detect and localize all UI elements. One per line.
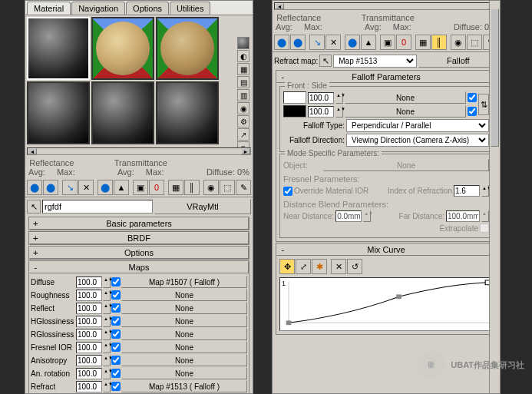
map-amount-input[interactable] [76,355,102,366]
get-material-icon[interactable]: ⬤ [274,35,289,50]
material-slot[interactable] [156,17,219,80]
map-slot-button[interactable]: None [121,328,247,340]
options-icon[interactable]: ⚙ [237,115,249,127]
map-amount-input[interactable] [76,290,102,301]
put-library-icon[interactable]: ▣ [133,180,148,195]
copy-icon[interactable]: ⬤ [345,35,360,50]
map-amount-input[interactable] [76,303,102,314]
pick-material-icon[interactable]: ↖ [27,200,41,214]
assign-icon[interactable]: ↘ [309,35,325,50]
select-by-mat-icon[interactable]: ⬚ [467,35,482,50]
side-map-button[interactable]: None [345,105,466,118]
assign-icon[interactable]: ↘ [62,180,78,195]
put-to-scene-icon[interactable]: ⬤ [43,180,58,195]
map-slot-button[interactable]: None [121,354,247,366]
side-value-input[interactable] [308,106,334,118]
map-slot-button[interactable]: None [121,315,247,327]
select-icon[interactable]: ↗ [237,128,249,141]
vertical-scrollbar[interactable] [489,1,500,393]
put-to-scene-icon[interactable]: ⬤ [290,35,306,50]
tab-navigation[interactable]: Navigation [71,2,125,15]
video-check-icon[interactable]: ▥ [237,89,249,101]
show-map-icon[interactable]: ▦ [168,180,183,195]
swap-icon[interactable]: ⇅ [478,94,489,115]
rollup-basic[interactable]: +Basic parameters [29,217,249,230]
pick-icon[interactable]: ✎ [236,180,251,195]
move-icon[interactable]: ✥ [279,259,295,274]
preview-icon[interactable]: ◉ [237,102,249,114]
reset-icon[interactable]: ✕ [78,180,94,195]
material-slot[interactable] [156,81,219,144]
falloff-dir-dropdown[interactable]: Viewing Direction (Camera Z-Axis) [346,134,489,147]
reset-icon[interactable]: ✕ [325,35,341,50]
horizontal-scrollbar[interactable]: ◄ ► [27,147,251,155]
show-end-icon[interactable]: ║ [431,35,447,50]
front-value-input[interactable] [308,92,334,104]
map-amount-input[interactable] [76,276,102,288]
map-amount-input[interactable] [76,368,102,379]
put-library-icon[interactable]: ▣ [380,35,395,50]
spinner-icon[interactable]: ▲▼ [103,329,111,340]
rollup-maps[interactable]: -Maps [29,261,249,273]
map-slot-button[interactable]: Map #1513 ( Falloff ) [121,380,247,392]
map-slot-button[interactable]: None [121,341,247,353]
map-enable-check[interactable] [111,382,121,391]
background-icon[interactable]: ▦ [237,63,249,75]
reset-curve-icon[interactable]: ↺ [347,259,362,274]
front-map-enable[interactable] [468,93,477,102]
front-map-button[interactable]: None [345,91,466,104]
spinner-icon[interactable]: ▲▼ [103,355,111,366]
pick-map-icon[interactable]: ↖ [319,55,332,67]
spinner-icon[interactable]: ▲▼ [103,342,111,353]
spinner-icon[interactable]: ▲▼ [103,276,111,288]
front-color-swatch[interactable] [283,91,306,104]
map-enable-check[interactable] [111,343,121,352]
map-enable-check[interactable] [111,369,121,378]
spinner-icon[interactable]: ▲▼ [103,381,111,392]
make-unique-icon[interactable]: ▲ [361,35,376,50]
spinner-icon[interactable]: ▲▼ [103,316,111,327]
map-slot-button[interactable]: None [121,289,247,301]
rollup-options[interactable]: +Options [29,247,249,259]
select-by-mat-icon[interactable]: ⬚ [220,180,235,195]
get-material-icon[interactable]: ⬤ [27,180,42,195]
refract-map-dropdown[interactable]: Map #1513 [333,55,416,68]
material-type-button[interactable]: VRayMtl [154,199,251,214]
map-enable-check[interactable] [111,290,121,300]
map-slot-button[interactable]: Map #1507 ( Falloff ) [121,276,247,288]
side-color-swatch[interactable] [283,105,306,118]
map-enable-check[interactable] [111,356,121,365]
spinner-icon[interactable]: ▲▼ [335,106,343,118]
material-slot[interactable] [27,17,90,80]
horizontal-scrollbar[interactable]: ◄ ► [274,2,498,10]
rollup-brdf[interactable]: +BRDF [29,232,249,244]
copy-icon[interactable]: ⬤ [97,180,113,195]
map-slot-button[interactable]: None [121,302,247,314]
material-slot[interactable] [27,81,90,144]
map-enable-check[interactable] [111,303,121,313]
map-enable-check[interactable] [111,277,121,286]
spinner-icon[interactable]: ▲▼ [481,185,489,197]
mix-curve-graph[interactable]: 1 [279,277,493,331]
ior-input[interactable] [454,185,480,197]
tab-material[interactable]: Material [27,2,71,15]
spinner-icon[interactable]: ▲▼ [103,368,111,379]
falloff-type-button[interactable]: Falloff [418,54,498,68]
map-amount-input[interactable] [76,316,102,327]
scale-icon[interactable]: ⤢ [296,259,311,274]
material-slot[interactable] [91,81,154,144]
side-map-enable[interactable] [468,107,477,116]
map-enable-check[interactable] [111,329,121,339]
map-enable-check[interactable] [111,316,121,326]
show-end-icon[interactable]: ║ [184,180,200,195]
delete-icon[interactable]: ✕ [331,259,346,274]
sample-type-icon[interactable] [237,37,249,49]
override-ior-check[interactable] [283,187,292,196]
material-id-icon[interactable]: 0 [149,180,164,195]
material-slot[interactable] [91,17,154,80]
uv-tile-icon[interactable]: ▤ [237,76,249,88]
spinner-icon[interactable]: ▲▼ [335,92,343,104]
navigator-icon[interactable]: ◉ [203,180,219,195]
map-amount-input[interactable] [76,381,102,392]
backlight-icon[interactable]: ◐ [237,50,249,62]
